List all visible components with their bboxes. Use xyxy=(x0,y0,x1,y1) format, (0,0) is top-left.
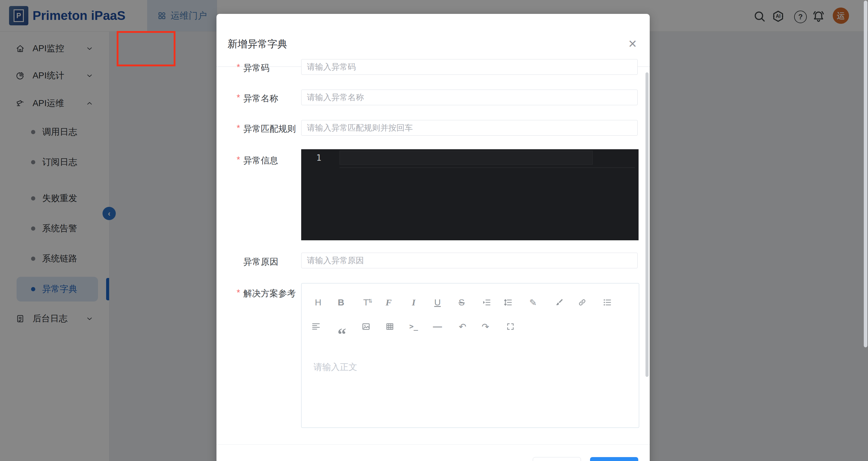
bold-icon[interactable]: B xyxy=(334,296,348,309)
label-text: 异常信息 xyxy=(243,155,278,167)
label-spacer xyxy=(237,256,243,268)
bullet-list-icon[interactable] xyxy=(600,296,614,309)
field-label-rule: * 异常匹配规则 xyxy=(237,123,303,135)
heading-icon[interactable]: H xyxy=(311,296,325,309)
line-number: 1 xyxy=(316,153,321,163)
page-scrollbar-thumb[interactable] xyxy=(864,1,867,347)
exception-reason-input[interactable] xyxy=(301,253,638,268)
required-star: * xyxy=(237,123,243,135)
label-text: 解决方案参考 xyxy=(243,288,296,300)
indent-icon[interactable] xyxy=(480,296,493,309)
add-exception-dialog: 新增异常字典 ✕ * 异常码 * 异常名称 * 异常匹配规则 * 异常信息 1 xyxy=(216,14,650,461)
exception-info-code-editor[interactable]: 1 xyxy=(301,149,639,240)
label-text: 异常原因 xyxy=(243,256,278,268)
underline-icon[interactable]: U xyxy=(431,296,444,309)
label-text: 异常码 xyxy=(243,62,270,74)
exception-code-input[interactable] xyxy=(301,59,638,75)
exception-rule-input[interactable] xyxy=(301,120,638,136)
rich-editor-body[interactable]: 请输入正文 xyxy=(302,347,638,427)
exception-name-input[interactable] xyxy=(301,90,638,105)
field-label-reason: 异常原因 xyxy=(237,256,303,268)
pen-icon[interactable]: ✎ xyxy=(526,296,540,309)
blockquote-icon[interactable]: “ xyxy=(335,320,348,341)
brush-icon[interactable] xyxy=(553,296,566,309)
modal-scrollbar-thumb[interactable] xyxy=(646,72,649,377)
font-family-icon[interactable]: F xyxy=(382,296,395,309)
link-icon[interactable] xyxy=(576,296,589,309)
align-icon[interactable] xyxy=(309,320,322,333)
cancel-button[interactable] xyxy=(533,457,581,461)
required-star: * xyxy=(237,288,243,300)
required-star: * xyxy=(237,155,243,167)
strikethrough-icon[interactable]: S xyxy=(455,296,468,309)
rich-editor-placeholder: 请输入正文 xyxy=(314,361,357,373)
line-height-icon[interactable] xyxy=(501,296,515,309)
horizontal-rule-icon[interactable]: — xyxy=(431,320,444,333)
field-label-solution: * 解决方案参考 xyxy=(237,288,303,300)
redo-icon[interactable]: ↷ xyxy=(479,320,492,333)
line-underline xyxy=(339,167,635,168)
table-icon[interactable] xyxy=(383,320,397,333)
undo-icon[interactable]: ↶ xyxy=(456,320,469,333)
current-line-highlight xyxy=(339,151,593,165)
font-size-icon[interactable]: T⇅ xyxy=(360,296,373,309)
solution-rich-editor: H B T⇅ F I U S ✎ xyxy=(301,283,639,428)
app-screen: P Primeton iPaaS 运维门户 AI ? xyxy=(0,0,868,461)
image-icon[interactable] xyxy=(360,320,373,333)
close-icon[interactable]: ✕ xyxy=(626,37,639,51)
code-block-icon[interactable]: >_ xyxy=(407,320,420,333)
field-label-name: * 异常名称 xyxy=(237,93,303,104)
confirm-button[interactable] xyxy=(590,457,638,461)
annotation-highlight-box xyxy=(117,31,176,66)
fullscreen-icon[interactable] xyxy=(504,320,517,333)
italic-icon[interactable]: I xyxy=(407,296,420,309)
dialog-title: 新增异常字典 xyxy=(228,37,287,51)
field-label-code: * 异常码 xyxy=(237,62,303,74)
required-star: * xyxy=(237,93,243,104)
field-label-info: * 异常信息 xyxy=(237,155,303,167)
label-text: 异常名称 xyxy=(243,93,278,104)
footer-divider xyxy=(216,444,650,445)
required-star: * xyxy=(237,62,243,74)
label-text: 异常匹配规则 xyxy=(243,123,296,135)
